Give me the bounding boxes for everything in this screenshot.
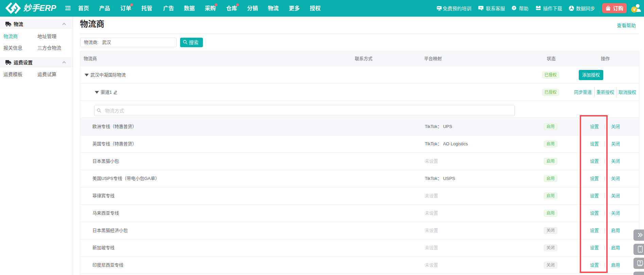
svg-text:?: ?	[639, 261, 641, 265]
svg-text:?: ?	[513, 6, 515, 10]
